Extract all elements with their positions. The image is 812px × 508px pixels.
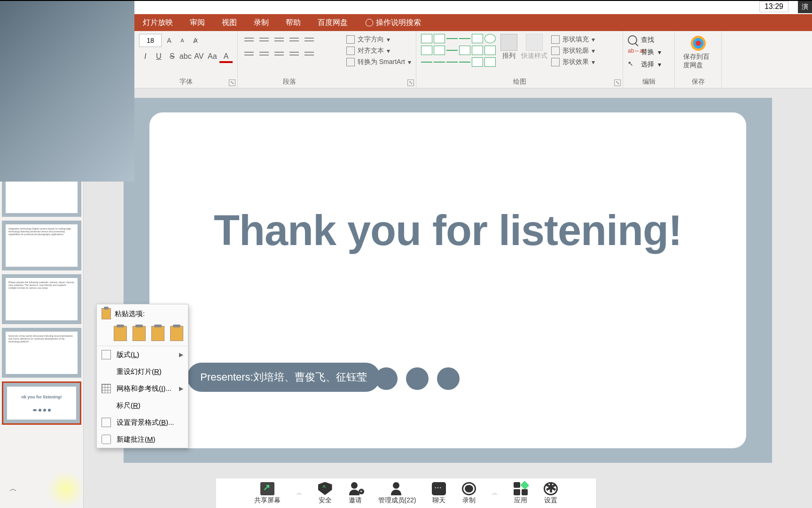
bullets-button[interactable] xyxy=(242,34,256,45)
zoom-invite[interactable]: +邀请 xyxy=(348,482,362,505)
grid-icon xyxy=(102,384,111,393)
gear-icon xyxy=(544,482,558,495)
group-label-save: 保存 xyxy=(679,77,717,87)
share-screen-icon xyxy=(260,482,274,495)
tab-slideshow[interactable]: 灯片放映 xyxy=(134,18,181,28)
slide-thumbnails: Lorem ipsum dolor sit amet consectetur a… xyxy=(0,181,84,508)
align-left-button[interactable] xyxy=(242,48,256,59)
select-icon: ↖ xyxy=(628,60,637,69)
font-launcher[interactable]: ⤡ xyxy=(229,79,235,86)
paragraph-launcher[interactable]: ⤡ xyxy=(407,79,414,86)
share-caret[interactable]: ︿ xyxy=(297,489,302,497)
tab-record[interactable]: 录制 xyxy=(245,18,277,28)
group-label-paragraph: 段落 xyxy=(242,77,337,87)
slide-canvas[interactable]: Thank you for listening! Presenters:刘培培、… xyxy=(84,88,812,508)
font-size-input[interactable]: 18 xyxy=(139,34,162,47)
fill-icon xyxy=(551,35,560,44)
tab-view[interactable]: 视图 xyxy=(213,18,245,28)
effects-icon xyxy=(551,58,560,66)
zoom-chat[interactable]: 聊天 xyxy=(432,482,446,505)
thumbnail[interactable]: Summary of key points discussed includin… xyxy=(2,328,81,378)
thumbnail-active[interactable]: nk you for listening! xyxy=(2,381,81,425)
slide-decor-dots xyxy=(375,367,460,390)
ctx-layout[interactable]: 版式(L) ▶ xyxy=(97,346,188,363)
tab-help[interactable]: 帮助 xyxy=(277,18,309,28)
char-spacing-button[interactable]: abc xyxy=(180,50,192,63)
select-button[interactable]: ↖选择 ▾ xyxy=(628,58,670,71)
clipboard-icon xyxy=(102,308,111,319)
increase-indent-button[interactable] xyxy=(288,34,301,45)
align-right-button[interactable] xyxy=(273,48,286,59)
strike-button[interactable]: S xyxy=(166,50,179,63)
drawing-launcher[interactable]: ⤡ xyxy=(614,79,621,86)
zoom-security[interactable]: 安全 xyxy=(318,482,332,505)
arrange-icon xyxy=(500,34,517,51)
paste-opt-text[interactable] xyxy=(170,326,183,341)
zoom-settings[interactable]: 设置 xyxy=(544,482,558,505)
zoom-record[interactable]: 录制 xyxy=(462,482,476,505)
ctx-ruler[interactable]: 标尺(R) xyxy=(97,397,188,414)
group-label-editing: 编辑 xyxy=(628,77,670,87)
paste-opt-source[interactable] xyxy=(133,326,146,341)
align-center-button[interactable] xyxy=(258,48,271,59)
zoom-share-screen[interactable]: 共享屏幕 xyxy=(254,482,281,505)
arrange-button[interactable]: 排列 xyxy=(500,34,517,68)
context-menu: 粘贴选项: 版式(L) ▶ 重设幻灯片(R) 网格和参考线(I)... ▶ 标尺… xyxy=(96,304,188,448)
presenter-pill[interactable]: Presenters:刘培培、曹俊飞、征钰莹 xyxy=(187,363,380,392)
ctx-grid[interactable]: 网格和参考线(I)... ▶ xyxy=(97,380,188,397)
tab-review[interactable]: 审阅 xyxy=(181,18,213,28)
align-text-icon xyxy=(346,47,355,55)
shape-effects-button[interactable]: 形状效果 ▾ xyxy=(551,56,595,68)
shrink-font-button[interactable]: A xyxy=(177,35,188,46)
invite-icon: + xyxy=(348,482,362,495)
collapse-toolbar-button[interactable]: ︿ xyxy=(9,484,17,494)
columns-button[interactable] xyxy=(303,48,316,59)
change-case-button[interactable]: Aa xyxy=(206,50,219,63)
replace-icon: ab↔ac xyxy=(628,48,637,57)
comment-icon xyxy=(102,435,111,444)
tell-me-search[interactable]: 操作说明搜索 xyxy=(366,18,421,28)
participants-icon xyxy=(390,482,404,495)
thumbnail[interactable]: Please prepare the following materials: … xyxy=(2,274,81,324)
record-caret[interactable]: ︿ xyxy=(492,489,498,497)
font-color-button[interactable]: A xyxy=(219,50,233,63)
zoom-toolbar: 共享屏幕 ︿ 安全 +邀请 管理成员(22) 聊天 录制 ︿ 应用 设置 xyxy=(216,478,596,508)
align-text-button[interactable]: 对齐文本 ▾ xyxy=(346,45,411,56)
thumbnail[interactable]: Lorem ipsum dolor sit amet consectetur a… xyxy=(2,181,81,217)
baidu-icon xyxy=(691,36,706,51)
paste-opt-theme[interactable] xyxy=(114,326,127,341)
justify-button[interactable] xyxy=(288,48,301,59)
numbering-button[interactable] xyxy=(258,34,271,45)
shapes-gallery[interactable] xyxy=(421,34,496,68)
text-direction-icon xyxy=(346,35,355,44)
underline-button[interactable]: U xyxy=(153,50,165,63)
shape-fill-button[interactable]: 形状填充 ▾ xyxy=(551,34,595,45)
presenter-badge: 演 xyxy=(798,1,812,13)
find-button[interactable]: 查找 xyxy=(628,34,670,46)
italic-button[interactable]: I xyxy=(139,50,152,63)
thumbnail[interactable]: Integration technology Digital camera ba… xyxy=(2,221,81,270)
decrease-indent-button[interactable] xyxy=(273,34,286,45)
line-spacing-button[interactable] xyxy=(303,34,316,45)
clock: 13:29 xyxy=(759,1,789,12)
paste-opt-picture[interactable] xyxy=(151,326,164,341)
ctx-background[interactable]: 设置背景格式(B)... xyxy=(97,414,188,431)
zoom-apps[interactable]: 应用 xyxy=(514,482,528,505)
replace-button[interactable]: ab↔ac替换 ▾ xyxy=(628,46,670,58)
grow-font-button[interactable]: A xyxy=(164,35,175,46)
chat-icon xyxy=(432,482,446,495)
smartart-button[interactable]: 转换为 SmartArt ▾ xyxy=(346,56,411,68)
webcam-overlay xyxy=(0,1,134,182)
baidu-save-button[interactable]: 保存到百度网盘 xyxy=(679,34,717,71)
text-direction-button[interactable]: 文字方向 ▾ xyxy=(346,34,411,45)
slide-title[interactable]: Thank you for listening! xyxy=(149,206,746,255)
highlight-button[interactable]: AV xyxy=(193,50,205,63)
smartart-icon xyxy=(346,58,355,66)
clear-format-button[interactable]: A̷ xyxy=(190,35,201,46)
tab-baidu[interactable]: 百度网盘 xyxy=(309,18,356,28)
shape-outline-button[interactable]: 形状轮廓 ▾ xyxy=(551,45,595,56)
zoom-manage[interactable]: 管理成员(22) xyxy=(378,482,416,505)
quick-styles-button[interactable]: 快速样式 xyxy=(521,34,547,68)
ctx-new-comment[interactable]: 新建批注(M) xyxy=(97,431,188,448)
ctx-reset-slide[interactable]: 重设幻灯片(R) xyxy=(97,363,188,380)
